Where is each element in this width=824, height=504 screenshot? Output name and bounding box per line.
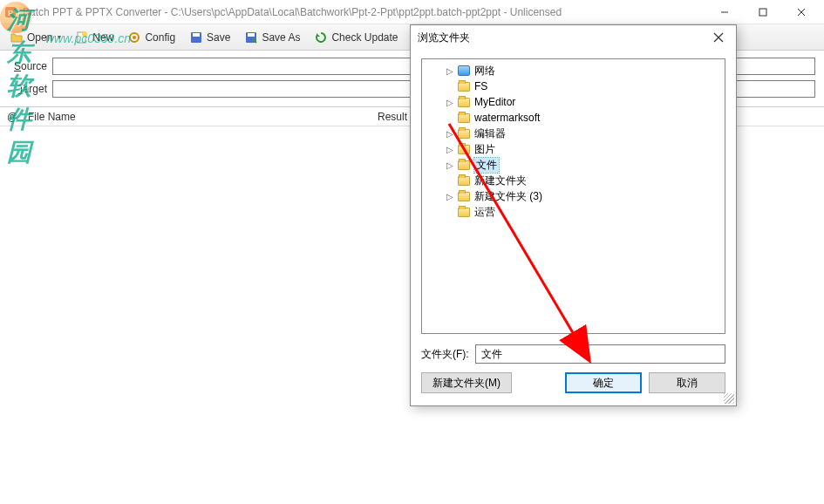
tree-item-label: 编辑器 — [474, 126, 506, 141]
tree-item[interactable]: 新建文件夹 — [424, 173, 723, 188]
refresh-icon — [314, 31, 328, 44]
tree-item-label: 新建文件夹 (3) — [474, 189, 542, 204]
folder-icon — [457, 190, 471, 202]
svg-rect-3 — [759, 9, 766, 16]
minimize-button[interactable] — [705, 0, 744, 24]
network-icon — [457, 65, 471, 77]
save-as-icon — [244, 31, 258, 44]
tree-item-label: 新建文件夹 — [474, 174, 527, 188]
dialog-close-button[interactable] — [708, 27, 729, 48]
tree-item[interactable]: ▷网络 — [424, 63, 723, 78]
tree-item-label: watermarksoft — [474, 112, 540, 124]
save-label: Save — [207, 31, 230, 44]
svg-text:P: P — [8, 9, 13, 17]
new-icon — [75, 31, 89, 44]
config-label: Config — [145, 31, 175, 44]
tree-item-label: MyEditor — [474, 96, 515, 108]
source-label: SSourceource — [9, 60, 47, 72]
gear-icon — [127, 31, 141, 44]
tree-expander-icon[interactable]: ▷ — [445, 66, 455, 76]
svg-point-7 — [82, 31, 87, 37]
target-label: TTargetarget — [9, 83, 47, 95]
tree-item[interactable]: ▷MyEditor — [424, 94, 723, 110]
ok-button[interactable]: 确定 — [565, 372, 642, 393]
tree-expander-icon[interactable]: ▷ — [445, 145, 455, 154]
folder-icon — [457, 96, 471, 108]
tree-item[interactable]: FS — [424, 78, 723, 94]
close-button[interactable] — [782, 0, 821, 24]
tree-expander-icon[interactable]: ▷ — [445, 192, 455, 201]
open-icon — [10, 31, 24, 44]
col-filename[interactable]: File Name — [21, 111, 371, 123]
tree-item-label: 文件 — [474, 158, 499, 173]
tree-expander-icon[interactable]: ▷ — [445, 98, 455, 107]
tree-item-label: FS — [474, 80, 487, 92]
tree-expander-icon[interactable]: ▷ — [445, 129, 455, 139]
folder-icon — [457, 206, 471, 218]
new-folder-button[interactable]: 新建文件夹(M) — [421, 372, 512, 393]
cancel-button[interactable]: 取消 — [649, 372, 725, 393]
folder-icon — [457, 127, 471, 140]
save-icon — [189, 31, 203, 44]
folder-icon — [457, 159, 471, 171]
tree-item-label: 网络 — [474, 64, 495, 78]
col-status[interactable]: @ — [0, 111, 21, 123]
tree-item[interactable]: ▷文件 — [424, 157, 723, 173]
tree-item[interactable]: 运营 — [424, 204, 723, 220]
svg-point-9 — [133, 36, 136, 39]
new-button[interactable]: New — [69, 28, 119, 47]
tree-expander-icon[interactable]: ▷ — [445, 160, 455, 170]
folder-icon — [457, 80, 471, 92]
folder-icon — [457, 112, 471, 124]
dialog-titlebar: 浏览文件夹 — [411, 25, 736, 50]
folder-name-input[interactable] — [475, 344, 725, 364]
tree-item[interactable]: ▷编辑器 — [424, 126, 723, 141]
tree-item[interactable]: ▷图片 — [424, 141, 723, 157]
folder-icon — [457, 143, 471, 155]
tree-item-label: 运营 — [474, 205, 495, 220]
resize-grip-icon[interactable] — [724, 393, 734, 404]
folder-field-label: 文件夹(F): — [421, 347, 475, 362]
save-button[interactable]: Save — [183, 28, 236, 47]
maximize-button[interactable] — [744, 0, 782, 24]
save-as-button[interactable]: Save As — [238, 28, 306, 47]
check-update-label: Check Update — [331, 31, 398, 44]
tree-item[interactable]: ▷新建文件夹 (3) — [424, 188, 723, 204]
dialog-title: 浏览文件夹 — [418, 31, 708, 45]
folder-tree[interactable]: ▷网络FS▷MyEditorwatermarksoft▷编辑器▷图片▷文件新建文… — [421, 58, 725, 334]
save-as-label: Save As — [262, 31, 300, 44]
dropdown-icon: ▾ — [58, 33, 61, 41]
window-titlebar: P Batch PPT & PPTX Converter - C:\Users\… — [0, 0, 824, 24]
tree-item-label: 图片 — [474, 142, 495, 157]
tree-item[interactable]: watermarksoft — [424, 110, 723, 126]
check-update-button[interactable]: Check Update — [308, 28, 404, 47]
folder-icon — [457, 174, 471, 187]
new-label: New — [92, 31, 113, 44]
svg-rect-13 — [248, 33, 255, 37]
window-title: Batch PPT & PPTX Converter - C:\Users\pc… — [23, 6, 705, 18]
open-label: Open — [27, 31, 52, 44]
config-button[interactable]: Config — [121, 28, 181, 47]
open-button[interactable]: Open▾ — [3, 28, 67, 47]
svg-rect-11 — [193, 33, 200, 37]
app-icon: P — [3, 5, 17, 19]
browse-folder-dialog: 浏览文件夹 ▷网络FS▷MyEditorwatermarksoft▷编辑器▷图片… — [410, 24, 737, 406]
